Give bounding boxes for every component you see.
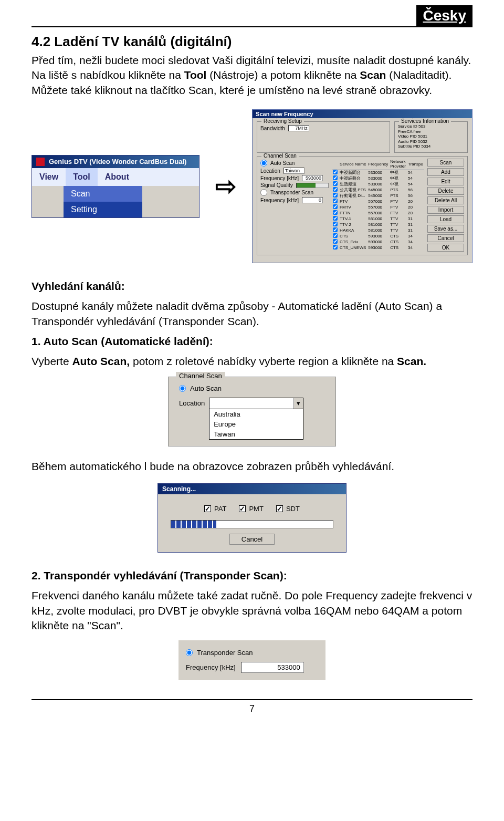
check-icon: ✓: [204, 505, 211, 512]
bandwidth-label: Bandwidth: [260, 126, 285, 131]
cell: FTV: [389, 199, 407, 204]
location-option[interactable]: Australia: [209, 409, 303, 419]
cell: 557000: [367, 199, 389, 204]
table-row[interactable]: 公共電視 PTS545000PTS56: [332, 187, 424, 193]
edit-button[interactable]: Edit: [427, 178, 464, 185]
row-checkbox[interactable]: [333, 227, 338, 232]
table-row[interactable]: HAKKA581000TTV31: [332, 227, 424, 233]
cell: PTS: [389, 187, 407, 193]
svc-row: Audio PID 5032: [398, 139, 464, 144]
row-checkbox[interactable]: [333, 193, 338, 198]
row-checkbox[interactable]: [333, 204, 338, 209]
cell: PTS: [389, 193, 407, 199]
cell: 54: [407, 175, 424, 181]
cancel-button[interactable]: Cancel: [229, 534, 275, 545]
as-b: Auto Scan,: [72, 355, 130, 367]
ok-button[interactable]: OK: [427, 244, 464, 252]
delete-button[interactable]: Delete: [427, 187, 464, 195]
cell: 31: [407, 222, 424, 227]
dropdown-scan[interactable]: Scan: [64, 186, 142, 202]
chscan-legend: Channel Scan: [261, 153, 299, 159]
chscan-group-legend: Channel Scan: [176, 372, 225, 380]
cell: 545000: [367, 187, 389, 193]
location-option[interactable]: Europe: [209, 419, 303, 429]
cell: 34: [407, 239, 424, 245]
scan-button[interactable]: Scan: [427, 159, 464, 167]
row-checkbox[interactable]: [333, 216, 338, 221]
cell: 56: [407, 187, 424, 193]
row-checkbox[interactable]: [333, 233, 338, 238]
section-title: 4.2 Ladění TV kanálů (digitální): [32, 34, 472, 50]
col-header: Frequency: [367, 159, 389, 170]
cell: 533000: [367, 175, 389, 181]
svcinfo-legend: Services Information: [399, 118, 451, 124]
cell: 56: [407, 193, 424, 199]
dropdown-setting[interactable]: Setting: [64, 202, 142, 217]
freq-value: 593000: [302, 175, 323, 181]
location-select-value[interactable]: [209, 398, 293, 409]
import-button[interactable]: Import: [427, 206, 464, 214]
location-label-2: Location: [179, 399, 205, 407]
row-checkbox[interactable]: [333, 199, 338, 203]
autoscan-radio[interactable]: [179, 385, 186, 392]
footer-rule: [32, 699, 472, 700]
as-d: Scan.: [397, 355, 426, 367]
table-row[interactable]: CTS_UNEWS593000CTS34: [332, 245, 424, 251]
table-row[interactable]: 生活頻道533000中視54: [332, 181, 424, 187]
row-checkbox[interactable]: [333, 181, 338, 186]
tp-radio[interactable]: [186, 649, 193, 656]
location-select[interactable]: ▾ AustraliaEuropeTaiwan: [209, 398, 303, 440]
row-checkbox[interactable]: [333, 187, 338, 192]
cell: 中視: [389, 175, 407, 181]
menu-about[interactable]: About: [98, 168, 136, 186]
autoscan-radio-label: Auto Scan: [190, 384, 222, 392]
cell: 593000: [367, 245, 389, 251]
table-row[interactable]: 中視綜藝台533000中視54: [332, 175, 424, 181]
table-row[interactable]: CTS593000CTS34: [332, 233, 424, 239]
cell: 中視綜藝台: [339, 175, 367, 181]
row-checkbox[interactable]: [333, 175, 338, 180]
location-value[interactable]: Taiwan: [284, 168, 304, 174]
cell: 593000: [367, 233, 389, 239]
load-button[interactable]: Load: [427, 215, 464, 223]
row-checkbox[interactable]: [333, 245, 338, 250]
auto-scan-radio[interactable]: [260, 160, 267, 167]
menu-tool[interactable]: Tool: [66, 168, 98, 186]
tp-heading: 2. Transpondér vyhledávání (Transponder …: [32, 569, 287, 581]
delete-all-button[interactable]: Delete All: [427, 196, 464, 204]
arrow-icon: ⇨: [215, 174, 236, 199]
add-button[interactable]: Add: [427, 168, 464, 176]
row-checkbox[interactable]: [333, 170, 338, 174]
cell: CTS_Edu: [339, 239, 367, 245]
save-as--button[interactable]: Save as...: [427, 225, 464, 233]
tp-scan-label: Transponder Scan: [270, 190, 313, 195]
tp-freq-input[interactable]: [241, 662, 304, 673]
table-row[interactable]: FMTV557000FTV20: [332, 204, 424, 210]
table-row[interactable]: CTS_Edu593000CTS34: [332, 239, 424, 245]
tp-freq-value[interactable]: 0: [302, 197, 323, 203]
cell: 545000: [367, 193, 389, 199]
row-checkbox[interactable]: [333, 222, 338, 226]
table-row[interactable]: FTV557000FTV20: [332, 199, 424, 204]
channel-table: Service NameFrequencyNetwork ProviderTra…: [332, 159, 424, 251]
table-row[interactable]: TTV-1581000TTV31: [332, 216, 424, 222]
cell: 20: [407, 210, 424, 216]
cell: 31: [407, 227, 424, 233]
scan-progress: [171, 520, 333, 528]
language-badge: Česky: [416, 5, 472, 26]
row-checkbox[interactable]: [333, 239, 338, 244]
table-row[interactable]: FTTN557000FTV20: [332, 210, 424, 216]
cell: TTV-1: [339, 216, 367, 222]
table-row[interactable]: TTV-2581000TTV31: [332, 222, 424, 227]
bandwidth-value[interactable]: 7MHz: [288, 125, 309, 131]
table-row[interactable]: 行動電視 Di...545000PTS56: [332, 193, 424, 199]
cancel-button[interactable]: Cancel: [427, 234, 464, 242]
tp-scan-radio[interactable]: [260, 189, 267, 196]
menu-view[interactable]: View: [32, 168, 66, 186]
location-option[interactable]: Taiwan: [209, 429, 303, 439]
cell: 581000: [367, 227, 389, 233]
table-row[interactable]: 中視新聞台533000中視54: [332, 170, 424, 176]
row-checkbox[interactable]: [333, 210, 338, 215]
chevron-down-icon[interactable]: ▾: [293, 398, 303, 409]
search-body: Dostupné kanály můžete naladit dvěma způ…: [32, 299, 472, 329]
